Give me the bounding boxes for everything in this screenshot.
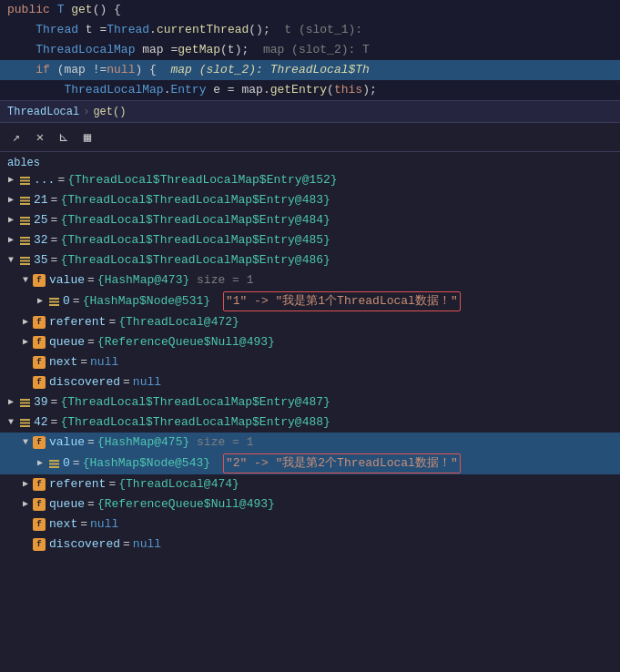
expand-icon-35[interactable]: ▼ <box>4 253 18 268</box>
row-35-name: 35 <box>34 251 48 270</box>
row-42-value-0-name: 0 <box>63 454 70 473</box>
tree-row-35[interactable]: ▼ 35 = {ThreadLocal$ThreadLocalMap$Entry… <box>0 250 620 270</box>
toolbar-icon-4[interactable]: ▦ <box>78 128 97 147</box>
entry-icon-35 <box>18 254 31 267</box>
expand-icon-32[interactable]: ▶ <box>4 233 18 248</box>
svg-rect-12 <box>20 257 30 259</box>
svg-rect-16 <box>49 300 59 302</box>
code-method-getentry: getEntry <box>270 80 327 100</box>
tree-row-42-discovered[interactable]: ▶ f discovered = null <box>0 535 620 555</box>
tree-row-25[interactable]: ▶ 25 = {ThreadLocal$ThreadLocalMap$Entry… <box>0 210 620 230</box>
row-42-value-type: {HashMap@475} <box>97 433 189 452</box>
expand-icon-25[interactable]: ▶ <box>4 213 18 228</box>
expand-icon-39[interactable]: ▶ <box>4 395 18 410</box>
field-icon-35-discovered: f <box>33 376 46 389</box>
svg-rect-9 <box>20 237 30 239</box>
toolbar-icon-3[interactable]: ⊾ <box>55 128 73 147</box>
code-comment-slot2: map (slot_2): T <box>263 40 370 60</box>
svg-rect-6 <box>20 217 30 219</box>
tree-row-35-value-0[interactable]: ▶ 0 = {HashMap$Node@531} "1" -> "我是第1个Th… <box>0 290 620 312</box>
tree-row-42-queue[interactable]: ▶ f queue = {ReferenceQueue$Null@493} <box>0 494 620 514</box>
tree-row-21[interactable]: ▶ 21 = {ThreadLocal$ThreadLocalMap$Entry… <box>0 190 620 210</box>
tree-row-35-referent[interactable]: ▶ f referent = {ThreadLocal@472} <box>0 312 620 332</box>
expand-icon-ellipsis[interactable]: ▶ <box>4 173 18 188</box>
row-39-value: {ThreadLocal$ThreadLocalMap$Entry@487} <box>60 393 330 412</box>
tree-row-42[interactable]: ▼ 42 = {ThreadLocal$ThreadLocalMap$Entry… <box>0 412 620 433</box>
tree-row-ellipsis[interactable]: ▶ ... = {ThreadLocal$ThreadLocalMap$Entr… <box>0 170 620 190</box>
tree-row-35-value[interactable]: ▼ f value = {HashMap@473} size = 1 <box>0 270 620 290</box>
row-35-discovered-name: discovered <box>49 373 120 392</box>
expand-icon-35-value[interactable]: ▼ <box>18 273 33 288</box>
expand-icon-35-value-0[interactable]: ▶ <box>33 294 47 309</box>
variables-tree[interactable]: ▶ ... = {ThreadLocal$ThreadLocalMap$Entr… <box>0 170 620 672</box>
tree-row-35-queue[interactable]: ▶ f queue = {ReferenceQueue$Null@493} <box>0 332 620 352</box>
field-icon-35-value: f <box>33 274 46 287</box>
svg-rect-1 <box>20 179 30 181</box>
row-42-queue-name: queue <box>49 495 85 514</box>
svg-rect-4 <box>20 199 30 201</box>
expand-icon-42-value-0[interactable]: ▶ <box>33 456 47 471</box>
entry-icon-42-value-0 <box>47 457 60 470</box>
row-39-name: 39 <box>34 393 48 412</box>
code-comment-map-slot2: map (slot_2): ThreadLocal$Th <box>170 60 369 80</box>
row-35-next-value: null <box>90 353 118 372</box>
code-kw-if: if <box>36 60 50 80</box>
tree-row-42-value-0[interactable]: ▶ 0 = {HashMap$Node@543} "2" -> "我是第2个Th… <box>0 453 620 474</box>
tree-row-35-discovered[interactable]: ▶ f discovered = null <box>0 372 620 392</box>
row-42-next-name: next <box>49 515 77 534</box>
expand-icon-42[interactable]: ▼ <box>4 415 18 430</box>
svg-rect-26 <box>49 466 59 468</box>
tree-row-42-next[interactable]: ▶ f next = null <box>0 514 620 535</box>
svg-rect-25 <box>49 463 59 464</box>
main-container: public T get () { Thread t = Thread . cu… <box>0 0 620 672</box>
code-method-get: get <box>71 0 92 20</box>
expand-icon-42-referent[interactable]: ▶ <box>18 477 33 492</box>
code-line-5: ThreadLocalMap . Entry e = map. getEntry… <box>0 80 620 100</box>
expand-icon-35-referent[interactable]: ▶ <box>18 315 33 330</box>
row-42-name: 42 <box>34 413 48 432</box>
row-35-discovered-value: null <box>133 373 161 392</box>
tree-row-39[interactable]: ▶ 39 = {ThreadLocal$ThreadLocalMap$Entry… <box>0 392 620 412</box>
row-42-value-0-type: {HashMap$Node@543} <box>83 454 210 473</box>
svg-rect-19 <box>20 402 30 403</box>
code-kw-null: null <box>107 60 135 80</box>
row-32-value: {ThreadLocal$ThreadLocalMap$Entry@485} <box>60 231 330 249</box>
expand-icon-21[interactable]: ▶ <box>4 193 18 208</box>
svg-rect-15 <box>49 298 59 300</box>
tree-row-32[interactable]: ▶ 32 = {ThreadLocal$ThreadLocalMap$Entry… <box>0 230 620 250</box>
entry-icon-42 <box>18 416 31 429</box>
svg-rect-13 <box>20 260 30 261</box>
tree-row-42-referent[interactable]: ▶ f referent = {ThreadLocal@474} <box>0 474 620 494</box>
toolbar-icon-2[interactable]: ✕ <box>31 128 49 147</box>
expand-icon-42-value[interactable]: ▼ <box>18 435 33 450</box>
code-comment-slot1: t (slot_1): <box>284 20 362 40</box>
code-method-getmap: getMap <box>178 40 220 60</box>
code-type-T: T <box>57 0 65 20</box>
field-icon-42-referent: f <box>33 478 46 491</box>
row-42-value-0-highlight: "2" -> "我是第2个ThreadLocal数据！" <box>223 453 461 473</box>
entry-icon-21 <box>18 194 31 207</box>
expand-icon-42-queue[interactable]: ▶ <box>18 497 33 512</box>
row-35-value-0-name: 0 <box>63 292 70 311</box>
svg-rect-8 <box>20 223 30 225</box>
entry-icon-32 <box>18 234 31 247</box>
tree-row-42-value[interactable]: ▼ f value = {HashMap@475} size = 1 <box>0 433 620 453</box>
row-35-queue-value: {ReferenceQueue$Null@493} <box>97 333 275 351</box>
svg-rect-14 <box>20 263 30 265</box>
tree-row-35-next[interactable]: ▶ f next = null <box>0 352 620 372</box>
svg-rect-23 <box>20 425 30 427</box>
svg-rect-10 <box>20 239 30 241</box>
debug-panel: ↗ ✕ ⊾ ▦ ables ▶ ... = {ThreadLocal$Threa… <box>0 123 620 672</box>
expand-icon-35-queue[interactable]: ▶ <box>18 335 33 350</box>
breadcrumb-bar: ThreadLocal › get() <box>0 101 620 123</box>
svg-rect-5 <box>20 203 30 205</box>
code-type-threadlocalmap: ThreadLocalMap <box>36 40 135 60</box>
svg-rect-21 <box>20 419 30 421</box>
toolbar-icon-1[interactable]: ↗ <box>7 128 25 147</box>
row-42-value-name: value <box>49 433 85 452</box>
row-42-queue-value: {ReferenceQueue$Null@493} <box>97 495 275 514</box>
field-icon-42-discovered: f <box>33 538 46 551</box>
field-icon-42-next: f <box>33 518 46 531</box>
code-method-currentThread: currentThread <box>157 20 249 40</box>
variables-header: ables <box>0 152 620 170</box>
